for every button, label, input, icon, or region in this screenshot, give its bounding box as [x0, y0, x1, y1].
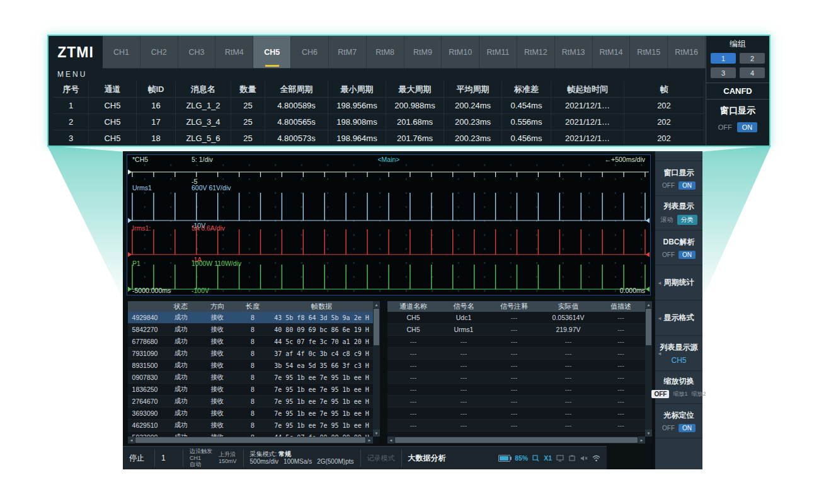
big-data-analysis-button[interactable]: 大数据分析: [408, 453, 446, 464]
scroll-up-icon[interactable]: ▲: [373, 301, 380, 308]
tab-rtm4[interactable]: RtM4: [215, 36, 253, 69]
tab-rtm11[interactable]: RtM11: [479, 36, 517, 69]
sidebar-item-周期统计[interactable]: 周期统计◄: [655, 265, 702, 301]
urms-channel-marker[interactable]: [128, 218, 132, 223]
frame-table-vscrollbar[interactable]: ▲ ▼: [373, 301, 380, 437]
tab-ch3[interactable]: CH3: [178, 36, 216, 69]
tab-ch1[interactable]: CH1: [103, 36, 140, 69]
hscroll-thumb[interactable]: [135, 437, 365, 443]
stat-cell[interactable]: 16: [137, 98, 176, 114]
stat-cell[interactable]: 25: [231, 98, 265, 114]
tab-rtm16[interactable]: RtM16: [668, 36, 706, 69]
frame-row[interactable]: 0907830成功接收87e 95 1b ee 7e 95 1b ee H: [128, 372, 373, 384]
stat-cell[interactable]: 200.23ms: [444, 114, 502, 130]
waveform-display[interactable]: *CH5 5: 1/div <Main> ←+500ms/div -5 Urms…: [127, 154, 651, 295]
frame-row[interactable]: 6778680成功接收844 5c 07 fe 3c 70 a1 20 H: [128, 336, 373, 348]
stat-cell[interactable]: CH5: [89, 114, 137, 130]
irms-channel-marker[interactable]: [128, 252, 132, 257]
frame-row[interactable]: 4929840成功接收843 5b f8 64 3d 5b 9a 2e H: [128, 312, 373, 324]
frame-table-hscrollbar[interactable]: ◄ ►: [128, 437, 373, 444]
frame-row[interactable]: 7931090成功接收837 af 4f 0c 3b c4 c8 c9 H: [128, 348, 373, 360]
scroll-right-icon[interactable]: ►: [638, 437, 645, 444]
signal-table-vscrollbar[interactable]: ▲ ▼: [645, 301, 652, 437]
stat-cell[interactable]: 0.456ms: [502, 130, 551, 144]
stat-cell[interactable]: CH5: [89, 130, 137, 144]
run-state[interactable]: 停止: [129, 453, 148, 464]
stat-cell[interactable]: CH5: [89, 98, 137, 114]
option-OFF[interactable]: OFF: [662, 182, 675, 189]
stat-cell[interactable]: 4.800589s: [265, 98, 328, 114]
stat-cell[interactable]: 202: [624, 114, 704, 130]
stat-cell[interactable]: 201.68ms: [386, 114, 444, 130]
stat-cell[interactable]: 2: [54, 114, 89, 130]
stat-cell[interactable]: 202: [624, 98, 704, 114]
stat-cell[interactable]: 2021/12/1…: [551, 114, 624, 130]
scroll-up-icon[interactable]: ▲: [645, 301, 652, 308]
tab-ch5[interactable]: CH5: [253, 36, 291, 69]
sidebar-item-DBC解析[interactable]: DBC解析OFFON: [655, 231, 702, 265]
frame-row[interactable]: 1836250成功接收87e 95 1b ee 7e 95 1b ee H: [128, 384, 373, 396]
stat-cell[interactable]: 198.908ms: [328, 114, 386, 130]
scroll-left-icon[interactable]: ◄: [387, 437, 394, 444]
sidebar-item-光标定位[interactable]: 光标定位OFFON: [655, 404, 702, 438]
frame-row[interactable]: 3693090成功接收87e 95 1b ee 7e 95 1b ee H: [128, 408, 373, 420]
sidebar-item-窗口显示[interactable]: 窗口显示OFFON: [655, 161, 702, 196]
tab-ch6[interactable]: CH6: [291, 36, 329, 69]
stat-cell[interactable]: 17: [137, 114, 176, 130]
stat-cell[interactable]: 1: [54, 98, 89, 114]
option-ON[interactable]: ON: [679, 251, 696, 259]
stat-cell[interactable]: 4.800565s: [265, 114, 328, 130]
option-分类[interactable]: 分类: [677, 215, 697, 225]
option-OFF[interactable]: OFF: [651, 390, 669, 398]
stat-cell[interactable]: 4.800573s: [265, 130, 328, 144]
tab-ch2[interactable]: CH2: [140, 36, 178, 69]
hscroll-thumb[interactable]: [395, 437, 638, 443]
sidebar-item-列表显示源[interactable]: 列表显示源◄CH5: [655, 336, 702, 371]
option-缩放2[interactable]: 缩放2: [692, 390, 706, 398]
frame-row[interactable]: 8931500成功接收83b 54 ea 5d 35 66 3f c3 H: [128, 360, 373, 372]
stat-cell[interactable]: 25: [231, 130, 265, 144]
window-display-on[interactable]: ON: [737, 122, 758, 132]
tab-rtm10[interactable]: RtM10: [442, 36, 479, 69]
stat-cell[interactable]: 200.988ms: [386, 98, 444, 114]
stat-cell[interactable]: ZLG_3_4: [176, 114, 231, 130]
group-button-2[interactable]: 2: [740, 53, 765, 64]
signal-table-hscrollbar[interactable]: ◄ ►: [387, 437, 645, 444]
vscroll-thumb[interactable]: [374, 309, 379, 345]
window-display-off[interactable]: OFF: [718, 123, 732, 131]
stat-cell[interactable]: 0.454ms: [502, 98, 551, 114]
scroll-left-icon[interactable]: ◄: [128, 437, 135, 444]
vscroll-thumb[interactable]: [646, 309, 651, 345]
scroll-down-icon[interactable]: ▼: [373, 430, 380, 437]
tab-rtm9[interactable]: RtM9: [404, 36, 442, 69]
scroll-right-icon[interactable]: ►: [366, 437, 373, 444]
frame-row[interactable]: 4629510成功接收87e 95 1b ee 7e 95 1b ee H: [128, 420, 373, 432]
tab-rtm13[interactable]: RtM13: [555, 36, 593, 69]
group-button-3[interactable]: 3: [711, 67, 736, 78]
stat-cell[interactable]: 2021/12/1…: [551, 130, 624, 144]
option-ON[interactable]: ON: [679, 181, 696, 190]
record-mode-button[interactable]: 记录模式: [367, 454, 395, 463]
stat-cell[interactable]: 2021/12/1…: [551, 98, 624, 114]
tab-rtm12[interactable]: RtM12: [517, 36, 555, 69]
stat-cell[interactable]: 0.556ms: [502, 114, 551, 130]
stat-cell[interactable]: ZLG_5_6: [176, 130, 231, 144]
stat-cell[interactable]: 18: [137, 130, 176, 144]
stat-cell[interactable]: 198.964ms: [328, 130, 386, 144]
option-滚动[interactable]: 滚动: [661, 215, 673, 224]
stat-cell[interactable]: 25: [231, 114, 265, 130]
stat-cell[interactable]: ZLG_1_2: [176, 98, 231, 114]
tab-rtm8[interactable]: RtM8: [367, 36, 404, 69]
option-ON[interactable]: ON: [679, 424, 696, 432]
frame-row[interactable]: 5842270成功接收840 80 09 69 bc 86 6e 19 H: [128, 324, 373, 336]
sidebar-item-缩放切换[interactable]: 缩放切换OFF缩放1缩放2: [655, 371, 702, 404]
stat-cell[interactable]: 201.76ms: [386, 130, 444, 144]
option-OFF[interactable]: OFF: [662, 251, 675, 258]
tab-rtm7[interactable]: RtM7: [329, 36, 367, 69]
stat-cell[interactable]: 3: [54, 130, 89, 144]
sidebar-item-列表显示[interactable]: 列表显示滚动分类: [655, 196, 702, 231]
menu-button[interactable]: MENU: [57, 70, 87, 79]
group-button-4[interactable]: 4: [740, 67, 765, 78]
sidebar-item-显示格式[interactable]: 显示格式◄: [655, 301, 702, 336]
option-缩放1[interactable]: 缩放1: [673, 390, 687, 398]
